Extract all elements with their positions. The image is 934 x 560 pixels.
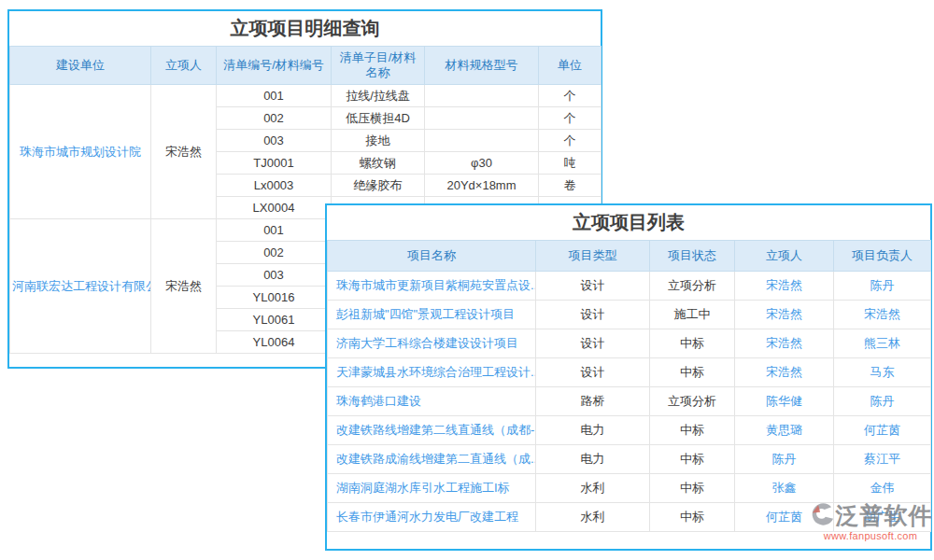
project-name-link[interactable]: 湖南洞庭湖水库引水工程施工I标 xyxy=(328,474,536,503)
code-cell: YL0064 xyxy=(217,331,332,354)
unit-cell: 个 xyxy=(539,107,601,130)
project-status-cell: 中标 xyxy=(650,503,735,532)
manager-link[interactable]: 蔡江平 xyxy=(834,445,931,474)
initiator-link[interactable]: 陈华健 xyxy=(735,387,834,416)
manager-link[interactable]: 胡广生 xyxy=(834,503,931,532)
project-status-cell: 中标 xyxy=(650,329,735,358)
detail-panel-title: 立项项目明细查询 xyxy=(9,11,601,46)
list-col-manager: 项目负责人 xyxy=(834,241,931,272)
detail-col-code: 清单编号/材料编号 xyxy=(217,47,332,85)
manager-link[interactable]: 何芷茵 xyxy=(834,416,931,445)
initiator-cell: 宋浩然 xyxy=(151,85,217,219)
initiator-link[interactable]: 陈丹 xyxy=(735,445,834,474)
unit-cell: 个 xyxy=(539,85,601,107)
project-type-cell: 设计 xyxy=(536,272,650,301)
project-status-cell: 中标 xyxy=(650,358,735,387)
material-name-cell: 拉线/拉线盘 xyxy=(332,85,425,107)
code-cell: 001 xyxy=(217,219,332,242)
project-status-cell: 施工中 xyxy=(650,301,735,329)
table-row: 彭祖新城"四馆"景观工程设计项目 设计 施工中 宋浩然 宋浩然 xyxy=(328,301,931,329)
table-row: 珠海鹤港口建设 路桥 立项分析 陈华健 陈丹 xyxy=(328,387,931,416)
project-name-link[interactable]: 彭祖新城"四馆"景观工程设计项目 xyxy=(328,301,536,329)
table-row: 珠海市城市规划设计院 宋浩然 001 拉线/拉线盘 个 xyxy=(10,85,601,107)
material-name-cell: 低压横担4D xyxy=(332,107,425,130)
project-name-link[interactable]: 改建铁路线增建第二线直通线（成都-... xyxy=(328,416,536,445)
manager-link[interactable]: 金伟 xyxy=(834,474,931,503)
code-cell: Lx0003 xyxy=(217,175,332,197)
initiator-link[interactable]: 宋浩然 xyxy=(735,329,834,358)
detail-col-unit: 建设单位 xyxy=(10,47,151,85)
table-row: 天津蒙城县水环境综合治理工程设计... 设计 中标 宋浩然 马东 xyxy=(328,358,931,387)
project-type-cell: 电力 xyxy=(536,416,650,445)
list-col-name: 项目名称 xyxy=(328,241,536,272)
detail-col-measure: 单位 xyxy=(539,47,601,85)
initiator-link[interactable]: 何芷茵 xyxy=(735,503,834,532)
material-name-cell: 螺纹钢 xyxy=(332,152,425,175)
project-type-cell: 设计 xyxy=(536,301,650,329)
detail-col-spec: 材料规格型号 xyxy=(425,47,539,85)
table-row: 改建铁路成渝线增建第二直通线（成... 电力 中标 陈丹 蔡江平 xyxy=(328,445,931,474)
material-name-cell: 接地 xyxy=(332,130,425,152)
initiator-link[interactable]: 黄思璐 xyxy=(735,416,834,445)
table-row: 济南大学工科综合楼建设设计项目 设计 中标 宋浩然 熊三林 xyxy=(328,329,931,358)
detail-col-name: 清单子目/材料名称 xyxy=(332,47,425,85)
manager-link[interactable]: 熊三林 xyxy=(834,329,931,358)
table-row: 改建铁路线增建第二线直通线（成都-... 电力 中标 黄思璐 何芷茵 xyxy=(328,416,931,445)
spec-cell xyxy=(425,85,539,107)
code-cell: 003 xyxy=(217,130,332,152)
project-type-cell: 设计 xyxy=(536,329,650,358)
list-col-type: 项目类型 xyxy=(536,241,650,272)
initiator-link[interactable]: 宋浩然 xyxy=(735,301,834,329)
table-row: 湖南洞庭湖水库引水工程施工I标 水利 中标 张鑫 金伟 xyxy=(328,474,931,503)
initiator-link[interactable]: 张鑫 xyxy=(735,474,834,503)
spec-cell: φ30 xyxy=(425,152,539,175)
project-status-cell: 立项分析 xyxy=(650,272,735,301)
table-row: 珠海市城市更新项目紫桐苑安置点设... 设计 立项分析 宋浩然 陈丹 xyxy=(328,272,931,301)
project-status-cell: 中标 xyxy=(650,416,735,445)
list-col-initiator: 立项人 xyxy=(735,241,834,272)
project-status-cell: 立项分析 xyxy=(650,387,735,416)
list-col-status: 项目状态 xyxy=(650,241,735,272)
manager-link[interactable]: 马东 xyxy=(834,358,931,387)
unit-cell: 卷 xyxy=(539,175,601,197)
project-type-cell: 路桥 xyxy=(536,387,650,416)
project-list-table: 项目名称 项目类型 项目状态 立项人 项目负责人 珠海市城市更新项目紫桐苑安置点… xyxy=(327,240,931,532)
code-cell: LX0004 xyxy=(217,197,332,219)
unit-cell: 个 xyxy=(539,130,601,152)
manager-link[interactable]: 陈丹 xyxy=(834,272,931,301)
project-name-link[interactable]: 长春市伊通河水力发电厂改建工程 xyxy=(328,503,536,532)
code-cell: YL0061 xyxy=(217,309,332,331)
code-cell: 003 xyxy=(217,264,332,287)
manager-link[interactable]: 陈丹 xyxy=(834,387,931,416)
code-cell: 001 xyxy=(217,85,332,107)
material-name-cell: 绝缘胶布 xyxy=(332,175,425,197)
list-panel-title: 立项项目列表 xyxy=(327,205,930,240)
initiator-cell: 宋浩然 xyxy=(151,219,217,354)
project-name-link[interactable]: 天津蒙城县水环境综合治理工程设计... xyxy=(328,358,536,387)
spec-cell: 20Yd×18mm xyxy=(425,175,539,197)
detail-col-initiator: 立项人 xyxy=(151,47,217,85)
code-cell: 002 xyxy=(217,107,332,130)
project-name-link[interactable]: 珠海市城市更新项目紫桐苑安置点设... xyxy=(328,272,536,301)
construction-unit-link[interactable]: 珠海市城市规划设计院 xyxy=(10,85,151,219)
table-row: 长春市伊通河水力发电厂改建工程 水利 中标 何芷茵 胡广生 xyxy=(328,503,931,532)
project-status-cell: 中标 xyxy=(650,474,735,503)
manager-link[interactable]: 宋浩然 xyxy=(834,301,931,329)
project-list-panel: 立项项目列表 项目名称 项目类型 项目状态 立项人 项目负责人 珠海市城市更新项… xyxy=(325,203,932,551)
project-type-cell: 水利 xyxy=(536,503,650,532)
initiator-link[interactable]: 宋浩然 xyxy=(735,272,834,301)
project-status-cell: 中标 xyxy=(650,445,735,474)
construction-unit-link[interactable]: 河南联宏达工程设计有限公司 xyxy=(10,219,151,354)
project-name-link[interactable]: 珠海鹤港口建设 xyxy=(328,387,536,416)
project-type-cell: 水利 xyxy=(536,474,650,503)
code-cell: TJ0001 xyxy=(217,152,332,175)
project-name-link[interactable]: 济南大学工科综合楼建设设计项目 xyxy=(328,329,536,358)
initiator-link[interactable]: 宋浩然 xyxy=(735,358,834,387)
code-cell: YL0016 xyxy=(217,287,332,309)
project-type-cell: 电力 xyxy=(536,445,650,474)
project-type-cell: 设计 xyxy=(536,358,650,387)
project-name-link[interactable]: 改建铁路成渝线增建第二直通线（成... xyxy=(328,445,536,474)
unit-cell: 吨 xyxy=(539,152,601,175)
code-cell: 002 xyxy=(217,242,332,264)
spec-cell xyxy=(425,107,539,130)
